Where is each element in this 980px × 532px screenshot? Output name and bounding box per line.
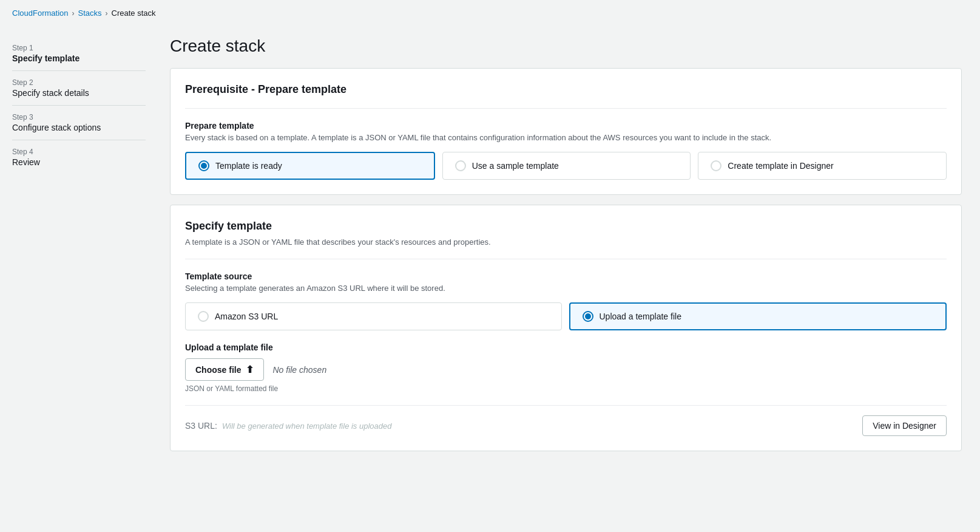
sidebar-step-1: Step 1 Specify template	[12, 36, 146, 71]
prerequisite-card-title: Prerequisite - Prepare template	[185, 83, 947, 96]
breadcrumb-current: Create stack	[112, 9, 156, 18]
breadcrumb-cloudformation[interactable]: CloudFormation	[12, 9, 69, 18]
option-designer-template[interactable]: Create template in Designer	[698, 152, 947, 180]
step-1-label: Step 1	[12, 44, 146, 52]
prepare-template-desc: Every stack is based on a template. A te…	[185, 133, 947, 142]
option-sample-template-label: Use a sample template	[472, 161, 559, 171]
radio-amazon-s3-icon	[198, 311, 209, 322]
template-source-desc: Selecting a template generates an Amazon…	[185, 284, 947, 293]
radio-designer-template-icon	[711, 160, 721, 171]
template-source-options: Amazon S3 URL Upload a template file	[185, 302, 947, 330]
radio-sample-template-icon	[455, 160, 466, 171]
choose-file-button-label: Choose file	[195, 365, 241, 375]
step-3-name: Configure stack options	[12, 123, 146, 132]
breadcrumb-stacks[interactable]: Stacks	[78, 9, 102, 18]
specify-template-title: Specify template	[185, 220, 947, 233]
upload-section-label: Upload a template file	[185, 343, 947, 352]
option-template-ready[interactable]: Template is ready	[185, 152, 435, 180]
breadcrumb-sep-1: ›	[72, 9, 75, 18]
upload-icon: ⬆	[246, 364, 254, 375]
s3-url-section: S3 URL: Will be generated when template …	[185, 421, 391, 431]
s3-url-label: S3 URL:	[185, 421, 217, 431]
view-designer-label: View in Designer	[873, 421, 936, 431]
specify-template-desc: A template is a JSON or YAML file that d…	[185, 237, 947, 247]
source-amazon-s3-label: Amazon S3 URL	[215, 312, 278, 321]
sidebar-step-2: Step 2 Specify stack details	[12, 71, 146, 106]
source-amazon-s3[interactable]: Amazon S3 URL	[185, 302, 562, 330]
upload-row: Choose file ⬆ No file chosen	[185, 358, 947, 381]
source-upload-file-label: Upload a template file	[600, 312, 681, 321]
divider-1	[185, 108, 947, 109]
option-template-ready-label: Template is ready	[215, 161, 282, 171]
no-file-text: No file chosen	[272, 365, 326, 375]
main-content: Create stack Prerequisite - Prepare temp…	[158, 0, 980, 532]
view-in-designer-button[interactable]: View in Designer	[862, 415, 947, 436]
source-upload-file[interactable]: Upload a template file	[569, 302, 947, 330]
sidebar: Step 1 Specify template Step 2 Specify s…	[0, 0, 158, 532]
divider-2	[185, 259, 947, 259]
prepare-template-label: Prepare template	[185, 121, 947, 131]
page-title: Create stack	[170, 36, 962, 56]
option-designer-template-label: Create template in Designer	[728, 161, 833, 171]
breadcrumb-sep-2: ›	[106, 9, 108, 18]
step-4-label: Step 4	[12, 148, 146, 156]
breadcrumb: CloudFormation › Stacks › Create stack	[0, 0, 980, 26]
choose-file-button[interactable]: Choose file ⬆	[185, 358, 264, 381]
radio-template-ready-icon	[198, 160, 209, 171]
step-2-label: Step 2	[12, 78, 146, 87]
prepare-template-options: Template is ready Use a sample template …	[185, 152, 947, 180]
sidebar-step-4: Step 4 Review	[12, 140, 146, 174]
step-1-name: Specify template	[12, 53, 146, 63]
template-source-label: Template source	[185, 271, 947, 281]
option-sample-template[interactable]: Use a sample template	[442, 152, 691, 180]
specify-template-card: Specify template A template is a JSON or…	[170, 205, 962, 451]
step-2-name: Specify stack details	[12, 88, 146, 98]
upload-hint: JSON or YAML formatted file	[185, 384, 947, 393]
s3-url-row: S3 URL: Will be generated when template …	[185, 405, 947, 436]
step-3-label: Step 3	[12, 113, 146, 121]
sidebar-step-3: Step 3 Configure stack options	[12, 106, 146, 140]
s3-url-value: Will be generated when template file is …	[222, 421, 392, 431]
radio-upload-file-icon	[583, 311, 593, 322]
prerequisite-card: Prerequisite - Prepare template Prepare …	[170, 68, 962, 195]
step-4-name: Review	[12, 157, 146, 167]
